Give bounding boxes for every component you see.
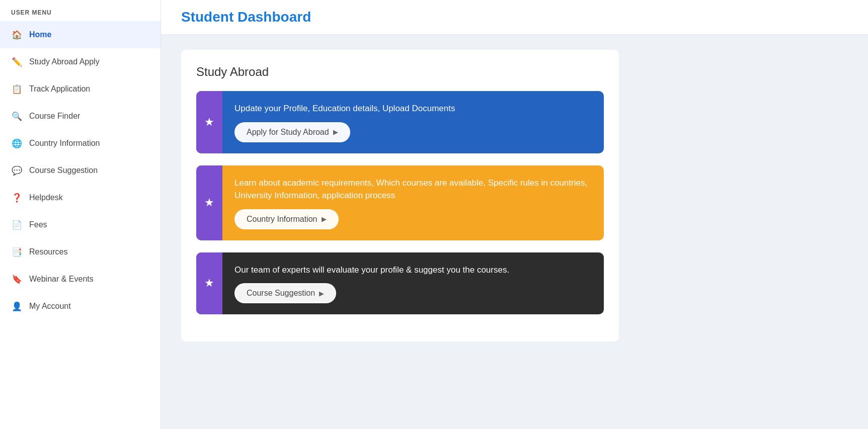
suggestion-card-accent: ★ <box>196 252 222 315</box>
main-content: Student Dashboard Study Abroad ★ Update … <box>161 0 868 429</box>
apply-star-icon: ★ <box>204 116 214 129</box>
fees-icon: 📄 <box>11 219 22 230</box>
sidebar-item-course-suggestion[interactable]: 💬 Course Suggestion <box>0 157 161 184</box>
suggestion-feature-card: ★ Our team of experts will evaluate your… <box>196 252 604 315</box>
webinar-events-icon: 🔖 <box>11 274 22 285</box>
sidebar-item-label-track: Track Application <box>29 84 90 94</box>
course-suggestion-icon: 💬 <box>11 165 22 176</box>
sidebar-item-label-country: Country Information <box>29 139 100 148</box>
suggestion-card-body: Our team of experts will evaluate your p… <box>222 252 604 315</box>
apply-card-accent: ★ <box>196 91 222 153</box>
sidebar-item-home[interactable]: 🏠 Home <box>0 21 161 48</box>
sidebar-item-country-information[interactable]: 🌐 Country Information <box>0 130 161 157</box>
main-body: Study Abroad ★ Update your Profile, Educ… <box>161 35 868 429</box>
apply-study-abroad-button[interactable]: Apply for Study Abroad ▶ <box>234 122 350 142</box>
sidebar: USER MENU 🏠 Home ✏️ Study Abroad Apply 📋… <box>0 0 161 429</box>
apply-card-description: Update your Profile, Education details, … <box>234 102 592 115</box>
section-title: Study Abroad <box>196 65 604 79</box>
sidebar-item-track-application[interactable]: 📋 Track Application <box>0 75 161 103</box>
dashboard-card: Study Abroad ★ Update your Profile, Educ… <box>181 50 619 341</box>
page-title: Student Dashboard <box>181 9 848 25</box>
sidebar-item-label-account: My Account <box>29 302 71 311</box>
apply-feature-card: ★ Update your Profile, Education details… <box>196 91 604 153</box>
apply-button-arrow-icon: ▶ <box>333 128 338 136</box>
sidebar-nav: 🏠 Home ✏️ Study Abroad Apply 📋 Track App… <box>0 21 161 429</box>
country-button-arrow-icon: ▶ <box>322 215 327 223</box>
user-menu-label: USER MENU <box>0 0 161 21</box>
country-information-button[interactable]: Country Information ▶ <box>234 209 339 229</box>
my-account-icon: 👤 <box>11 301 22 312</box>
main-header: Student Dashboard <box>161 0 868 35</box>
suggestion-card-description: Our team of experts will evaluate your p… <box>234 264 592 277</box>
course-finder-icon: 🔍 <box>11 111 22 122</box>
suggestion-button-arrow-icon: ▶ <box>319 290 324 297</box>
sidebar-item-label-home: Home <box>29 30 51 39</box>
sidebar-item-label-suggestion: Course Suggestion <box>29 166 98 175</box>
sidebar-item-label-course-finder: Course Finder <box>29 112 80 121</box>
sidebar-item-my-account[interactable]: 👤 My Account <box>0 293 161 320</box>
sidebar-item-resources[interactable]: 📑 Resources <box>0 238 161 266</box>
country-star-icon: ★ <box>204 196 214 209</box>
sidebar-item-helpdesk[interactable]: ❓ Helpdesk <box>0 184 161 211</box>
sidebar-item-study-abroad-apply[interactable]: ✏️ Study Abroad Apply <box>0 48 161 75</box>
course-suggestion-button[interactable]: Course Suggestion ▶ <box>234 283 336 303</box>
helpdesk-icon: ❓ <box>11 192 22 203</box>
apply-button-label: Apply for Study Abroad <box>247 128 329 137</box>
country-card-description: Learn about academic requirements, Which… <box>234 177 592 202</box>
country-card-body: Learn about academic requirements, Which… <box>222 165 604 240</box>
apply-card-body: Update your Profile, Education details, … <box>222 91 604 153</box>
sidebar-item-fees[interactable]: 📄 Fees <box>0 211 161 238</box>
suggestion-button-label: Course Suggestion <box>247 289 315 298</box>
sidebar-item-webinar-events[interactable]: 🔖 Webinar & Events <box>0 266 161 293</box>
sidebar-item-label-helpdesk: Helpdesk <box>29 193 63 202</box>
country-information-icon: 🌐 <box>11 138 22 149</box>
sidebar-item-course-finder[interactable]: 🔍 Course Finder <box>0 103 161 130</box>
home-icon: 🏠 <box>11 29 22 40</box>
track-application-icon: 📋 <box>11 83 22 95</box>
country-card-accent: ★ <box>196 165 222 240</box>
suggestion-star-icon: ★ <box>204 277 214 290</box>
study-abroad-apply-icon: ✏️ <box>11 56 22 67</box>
sidebar-item-label-fees: Fees <box>29 220 47 229</box>
sidebar-item-label-resources: Resources <box>29 247 67 256</box>
sidebar-item-label-webinar: Webinar & Events <box>29 275 94 284</box>
country-button-label: Country Information <box>247 215 318 224</box>
sidebar-item-label-study-abroad: Study Abroad Apply <box>29 57 100 66</box>
country-feature-card: ★ Learn about academic requirements, Whi… <box>196 165 604 240</box>
resources-icon: 📑 <box>11 246 22 258</box>
